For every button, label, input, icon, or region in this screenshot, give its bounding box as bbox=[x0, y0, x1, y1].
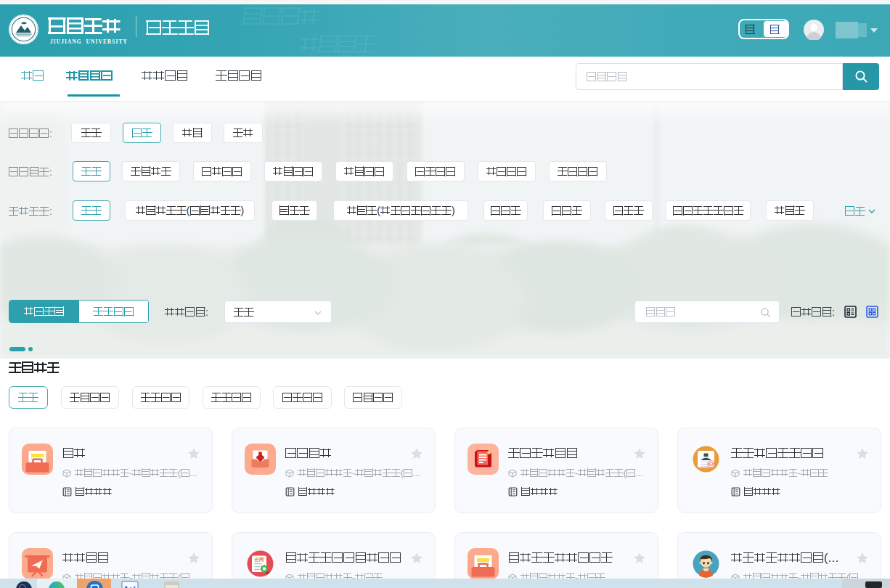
svg-text:W: W bbox=[124, 584, 136, 588]
svg-text:合同: 合同 bbox=[254, 557, 265, 563]
